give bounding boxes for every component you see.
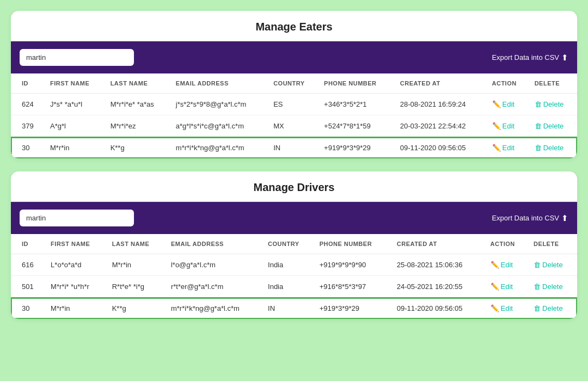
eaters-title: Manage Eaters: [11, 11, 577, 41]
drivers-table-header-row: ID FIRST NAME LAST NAME EMAIL ADDRESS CO…: [11, 234, 577, 254]
cell-phone: +524*7*8*1*59: [318, 115, 395, 137]
eaters-export-label: Export Data into CSV: [492, 53, 559, 62]
cell-phone: +919*3*9*29: [314, 298, 391, 319]
col-email: EMAIL ADDRESS: [170, 73, 268, 94]
cell-action: ✏️ Edit: [487, 94, 529, 115]
upload-icon: ⬆: [561, 53, 568, 63]
col-first-name: FIRST NAME: [45, 73, 105, 94]
pencil-icon: ✏️: [492, 122, 501, 130]
pencil-icon: ✏️: [492, 144, 501, 152]
cell-delete: 🗑 Delete: [529, 115, 577, 137]
col-id: ID: [11, 73, 45, 94]
cell-phone: +919*9*9*9*90: [314, 254, 391, 276]
cell-country: IN: [268, 137, 318, 159]
cell-action: ✏️ Edit: [487, 115, 529, 137]
drivers-table: ID FIRST NAME LAST NAME EMAIL ADDRESS CO…: [11, 234, 577, 319]
cell-first-name: J*s* *a*u*l: [45, 94, 105, 115]
drivers-search-input[interactable]: [20, 210, 134, 226]
cell-id: 616: [11, 254, 45, 276]
col-created: CREATED AT: [391, 234, 485, 254]
col-email: EMAIL ADDRESS: [166, 234, 262, 254]
col-action: ACTION: [487, 73, 529, 94]
trash-icon: 🗑: [535, 100, 542, 108]
cell-phone: +346*3*5*2*1: [318, 94, 395, 115]
col-delete: DELETE: [528, 234, 577, 254]
cell-phone: +919*9*3*9*29: [318, 137, 395, 159]
eaters-export-button[interactable]: Export Data into CSV ⬆: [492, 53, 568, 63]
delete-button[interactable]: 🗑 Delete: [534, 304, 563, 312]
cell-action: ✏️ Edit: [485, 254, 529, 276]
col-phone: PHONE NUMBER: [314, 234, 391, 254]
cell-created-at: 20-03-2021 22:54:42: [395, 115, 487, 137]
cell-email: m*r*i*k*ng@g*a*l.c*m: [166, 298, 262, 319]
cell-email: j*s*2*s*9*8@g*a*l.c*m: [170, 94, 268, 115]
eaters-section: Manage Eaters Export Data into CSV ⬆ ID …: [11, 11, 577, 158]
trash-icon: 🗑: [535, 144, 542, 152]
cell-last-name: R*t*e* *i*g: [107, 276, 166, 298]
table-row: 30M*r*inK**gm*r*i*k*ng@g*a*l.c*mIN+919*9…: [11, 137, 577, 159]
col-created: CREATED AT: [395, 73, 487, 94]
cell-id: 379: [11, 115, 45, 137]
table-row: 501M*r*i* *u*h*rR*t*e* *i*gr*t*er@g*a*l.…: [11, 276, 577, 298]
cell-email: r*t*er@g*a*l.c*m: [166, 276, 262, 298]
eaters-table: ID FIRST NAME LAST NAME EMAIL ADDRESS CO…: [11, 73, 577, 158]
drivers-export-button[interactable]: Export Data into CSV ⬆: [492, 213, 568, 223]
col-id: ID: [11, 234, 45, 254]
cell-first-name: M*r*i* *u*h*r: [45, 276, 107, 298]
cell-delete: 🗑 Delete: [528, 298, 577, 319]
delete-button[interactable]: 🗑 Delete: [535, 122, 564, 130]
delete-button[interactable]: 🗑 Delete: [534, 282, 563, 291]
cell-last-name: M*r*i*e* *a*as: [105, 94, 170, 115]
eaters-search-input[interactable]: [20, 49, 134, 66]
cell-created-at: 28-08-2021 16:59:24: [395, 94, 487, 115]
table-row: 616L*o*o*a*dM*r*inl*o@g*a*l.c*mIndia+919…: [11, 254, 577, 276]
delete-button[interactable]: 🗑 Delete: [535, 144, 564, 152]
cell-email: m*r*i*k*ng@g*a*l.c*m: [170, 137, 268, 159]
cell-created-at: 24-05-2021 16:20:55: [391, 276, 485, 298]
col-country: COUNTRY: [268, 73, 318, 94]
cell-created-at: 09-11-2020 09:56:05: [391, 298, 485, 319]
edit-button[interactable]: ✏️ Edit: [492, 144, 514, 152]
drivers-export-label: Export Data into CSV: [492, 214, 559, 222]
trash-icon: 🗑: [534, 261, 541, 269]
cell-id: 624: [11, 94, 45, 115]
delete-button[interactable]: 🗑 Delete: [534, 261, 563, 269]
col-delete: DELETE: [529, 73, 577, 94]
edit-button[interactable]: ✏️ Edit: [492, 100, 514, 108]
edit-button[interactable]: ✏️ Edit: [492, 122, 514, 130]
cell-first-name: M*r*in: [45, 137, 105, 159]
edit-button[interactable]: ✏️ Edit: [491, 282, 513, 291]
cell-country: MX: [268, 115, 318, 137]
cell-first-name: M*r*in: [45, 298, 107, 319]
table-row: 30M*r*inK**gm*r*i*k*ng@g*a*l.c*mIN+919*3…: [11, 298, 577, 319]
cell-email: a*g*l*s*i*c@g*a*l.c*m: [170, 115, 268, 137]
drivers-title: Manage Drivers: [11, 171, 577, 201]
cell-action: ✏️ Edit: [487, 137, 529, 159]
edit-button[interactable]: ✏️ Edit: [491, 261, 513, 269]
delete-button[interactable]: 🗑 Delete: [535, 100, 564, 108]
col-country: COUNTRY: [262, 234, 314, 254]
col-last-name: LAST NAME: [107, 234, 166, 254]
cell-action: ✏️ Edit: [485, 298, 529, 319]
cell-delete: 🗑 Delete: [529, 137, 577, 159]
eaters-header-bar: Export Data into CSV ⬆: [11, 41, 577, 73]
cell-first-name: A*g*l: [45, 115, 105, 137]
cell-id: 30: [11, 137, 45, 159]
cell-action: ✏️ Edit: [485, 276, 529, 298]
edit-button[interactable]: ✏️ Edit: [491, 304, 513, 312]
cell-last-name: K**g: [107, 298, 166, 319]
table-row: 379A*g*lM*r*i*eza*g*l*s*i*c@g*a*l.c*mMX+…: [11, 115, 577, 137]
table-row: 624J*s* *a*u*lM*r*i*e* *a*asj*s*2*s*9*8@…: [11, 94, 577, 115]
cell-phone: +916*8*5*3*97: [314, 276, 391, 298]
drivers-section: Manage Drivers Export Data into CSV ⬆ ID…: [11, 171, 577, 319]
cell-country: IN: [262, 298, 314, 319]
eaters-table-header-row: ID FIRST NAME LAST NAME EMAIL ADDRESS CO…: [11, 73, 577, 94]
cell-id: 501: [11, 276, 45, 298]
pencil-icon: ✏️: [491, 304, 499, 312]
cell-country: India: [262, 254, 314, 276]
cell-created-at: 25-08-2021 15:06:36: [391, 254, 485, 276]
col-phone: PHONE NUMBER: [318, 73, 395, 94]
cell-first-name: L*o*o*a*d: [45, 254, 107, 276]
upload-icon: ⬆: [561, 213, 568, 223]
pencil-icon: ✏️: [491, 282, 499, 291]
